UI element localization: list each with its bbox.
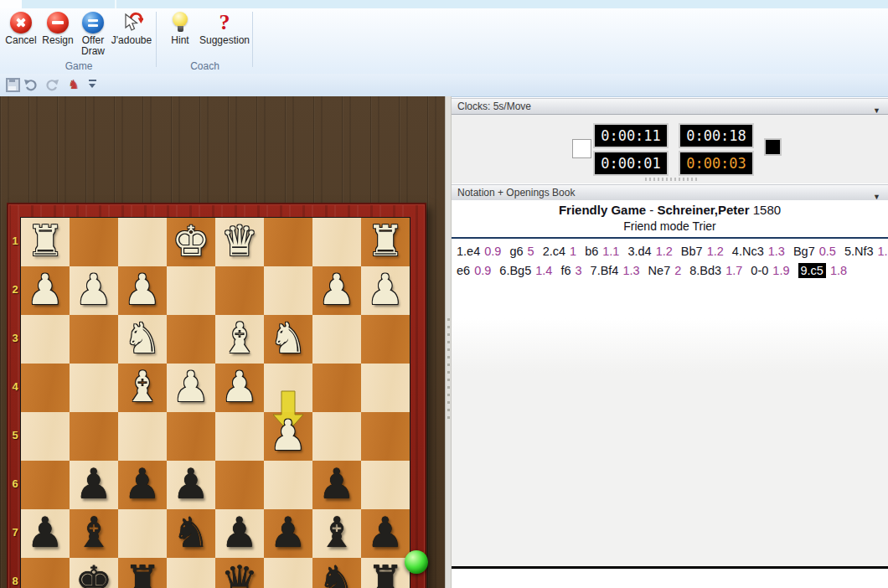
- white-pawn-e4[interactable]: ♟: [167, 364, 215, 412]
- white-bishop-f4[interactable]: ♝: [118, 364, 167, 412]
- board-setup-button[interactable]: ♞: [65, 77, 82, 92]
- move-token[interactable]: 7.Bf4: [591, 264, 619, 277]
- board-square-a3[interactable]: [361, 315, 410, 364]
- vertical-pane-splitter[interactable]: [445, 96, 452, 588]
- black-pawn-c7[interactable]: ♟: [264, 509, 312, 558]
- white-pawn-g2[interactable]: ♟: [70, 266, 118, 315]
- board-square-d5[interactable]: [215, 412, 264, 461]
- white-knight-c3[interactable]: ♞: [264, 315, 312, 364]
- board-square-f5[interactable]: [118, 412, 167, 461]
- black-player-indicator: [764, 138, 782, 156]
- board-setup-icon: ♞: [65, 77, 82, 92]
- white-pawn-b2[interactable]: ♟: [312, 266, 361, 315]
- black-pawn-d7[interactable]: ♟: [215, 509, 264, 558]
- move-token[interactable]: Bb7: [681, 245, 703, 258]
- board-square-g1[interactable]: [70, 218, 118, 266]
- board-square-g5[interactable]: [70, 412, 118, 461]
- save-button[interactable]: [4, 77, 21, 92]
- board-square-e3[interactable]: [167, 315, 215, 364]
- white-pawn-a2[interactable]: ♟: [361, 266, 410, 315]
- suggestion-label: Suggestion: [199, 35, 250, 46]
- black-bishop-g7[interactable]: ♝: [70, 509, 118, 558]
- white-pawn-f2[interactable]: ♟: [118, 266, 167, 315]
- black-bishop-b7[interactable]: ♝: [312, 509, 361, 558]
- board-square-h4[interactable]: [21, 364, 70, 412]
- board-square-f7[interactable]: [118, 509, 167, 558]
- white-rook-a1[interactable]: ♜: [361, 218, 410, 266]
- board-square-c1[interactable]: [264, 218, 312, 266]
- black-pawn-e6[interactable]: ♟: [167, 461, 215, 509]
- white-king-e1[interactable]: ♚: [167, 218, 215, 266]
- notation-panel-title: Notation + Openings Book: [457, 187, 575, 199]
- move-time: 1.4: [535, 264, 552, 277]
- cancel-label: Cancel: [2, 35, 40, 46]
- board-square-f1[interactable]: [118, 218, 167, 266]
- board-square-d2[interactable]: [215, 266, 264, 315]
- move-token[interactable]: e6: [457, 264, 470, 277]
- black-pawn-h7[interactable]: ♟: [21, 509, 70, 558]
- board-square-b1[interactable]: [312, 218, 361, 266]
- notation-panel-header[interactable]: Notation + Openings Book ▼: [452, 184, 888, 201]
- undo-button[interactable]: [23, 77, 40, 92]
- move-token[interactable]: 4.Nc3: [732, 245, 764, 258]
- board-square-g4[interactable]: [70, 364, 118, 412]
- board-square-b4[interactable]: [312, 364, 361, 412]
- board-square-a4[interactable]: [361, 364, 410, 412]
- board-square-h8[interactable]: [21, 558, 70, 588]
- black-knight-e7[interactable]: ♞: [167, 509, 215, 558]
- black-rook-a8[interactable]: ♜: [361, 558, 410, 588]
- black-pawn-b6[interactable]: ♟: [312, 461, 361, 509]
- black-knight-b8[interactable]: ♞: [312, 558, 361, 588]
- black-king-g8[interactable]: ♚: [70, 558, 118, 588]
- move-token[interactable]: 8.Bd3: [689, 264, 721, 277]
- black-rook-f8[interactable]: ♜: [118, 558, 167, 588]
- move-token[interactable]: 5.Nf3: [844, 245, 874, 258]
- white-knight-f3[interactable]: ♞: [118, 315, 167, 364]
- board-square-c6[interactable]: [264, 461, 312, 509]
- black-pawn-g6[interactable]: ♟: [70, 461, 118, 509]
- board-square-h5[interactable]: [21, 412, 70, 461]
- white-bishop-d3[interactable]: ♝: [215, 315, 264, 364]
- black-pawn-a7[interactable]: ♟: [361, 509, 410, 558]
- qat-customize-button[interactable]: [84, 77, 101, 92]
- move-token[interactable]: 2.c4: [543, 245, 565, 258]
- board-square-h6[interactable]: [21, 461, 70, 509]
- board-square-e8[interactable]: [167, 558, 215, 588]
- redo-button[interactable]: [44, 77, 61, 92]
- undo-icon: [23, 77, 39, 92]
- black-move-clock: 0:00:03: [679, 151, 754, 176]
- board-square-a5[interactable]: [361, 412, 410, 461]
- move-token[interactable]: 0-0: [751, 264, 768, 277]
- white-pawn-d4[interactable]: ♟: [215, 364, 264, 412]
- board-square-e5[interactable]: [167, 412, 215, 461]
- clocks-panel-header[interactable]: Clocks: 5s/Move ▼: [452, 98, 888, 115]
- board-square-g3[interactable]: [70, 315, 118, 364]
- white-queen-d1[interactable]: ♛: [215, 218, 264, 266]
- move-time: 1.7: [725, 264, 742, 277]
- move-token[interactable]: b6: [585, 245, 598, 258]
- black-pawn-f6[interactable]: ♟: [118, 461, 167, 509]
- move-token[interactable]: g6: [509, 245, 523, 258]
- rank-label-6: 6: [8, 460, 22, 508]
- move-token[interactable]: Bg7: [793, 245, 815, 258]
- move-token[interactable]: 1.e4: [457, 245, 480, 258]
- board-square-a6[interactable]: [361, 461, 410, 509]
- board-square-c8[interactable]: [264, 558, 312, 588]
- move-token[interactable]: 3.d4: [627, 245, 651, 258]
- board-square-b5[interactable]: [312, 412, 361, 461]
- board-square-c2[interactable]: [264, 266, 312, 315]
- move-token[interactable]: Ne7: [648, 264, 671, 277]
- white-pawn-c5[interactable]: ♟: [264, 412, 312, 461]
- horizontal-splitter-grip[interactable]: [645, 178, 697, 181]
- white-pawn-h2[interactable]: ♟: [21, 266, 70, 315]
- board-square-d6[interactable]: [215, 461, 264, 509]
- board-square-b3[interactable]: [312, 315, 361, 364]
- move-token[interactable]: 6.Bg5: [499, 264, 531, 277]
- selected-move[interactable]: 9.c5: [798, 263, 826, 278]
- white-rook-h1[interactable]: ♜: [21, 218, 70, 266]
- black-queen-d8[interactable]: ♛: [215, 558, 264, 588]
- board-square-h3[interactable]: [21, 315, 70, 364]
- move-token[interactable]: f6: [560, 264, 570, 277]
- game-title-segment: 1580: [750, 203, 782, 217]
- board-square-e2[interactable]: [167, 266, 215, 315]
